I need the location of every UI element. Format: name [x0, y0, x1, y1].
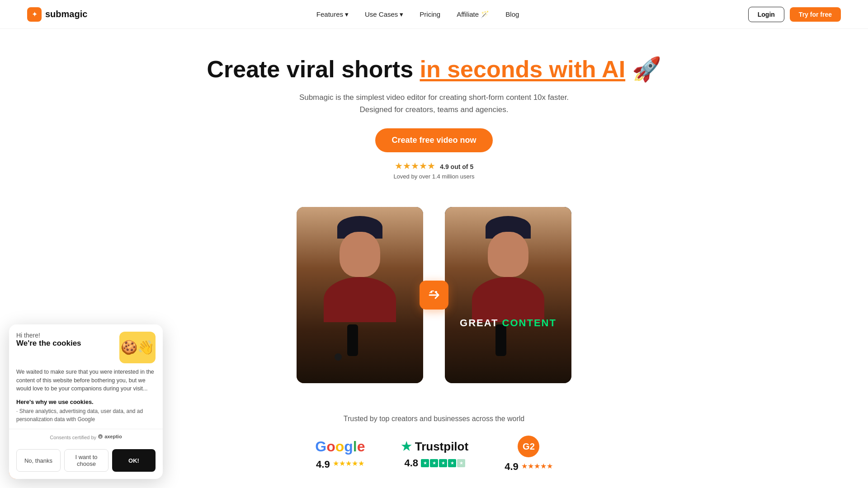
- svg-text:a: a: [99, 435, 101, 438]
- trustpilot-logo: ★ Trustpilot: [401, 440, 468, 454]
- try-free-button[interactable]: Try for free: [790, 7, 841, 22]
- cookie-actions: No, thanks I want to choose OK!: [9, 445, 163, 479]
- logo-icon: ✦: [27, 7, 42, 22]
- nav-actions: Login Try for free: [748, 7, 841, 22]
- google-stars: ★★★★★: [333, 459, 364, 468]
- svg-point-0: [435, 291, 437, 293]
- trustpilot-squares: ★ ★ ★ ★ ★: [421, 459, 465, 467]
- cookie-banner: Hi there! We're the cookies 🍪👋 We waited…: [9, 324, 163, 479]
- g2-trust-item: G2 4.9 ★★★★★: [505, 436, 553, 473]
- hero-section: Create viral shorts in seconds with AI 🚀…: [0, 29, 868, 193]
- chevron-down-icon: ▾: [400, 10, 403, 19]
- trustpilot-trust-item: ★ Trustpilot 4.8 ★ ★ ★ ★ ★: [401, 440, 468, 469]
- video-before: [297, 207, 423, 383]
- cookie-greeting: Hi there!: [16, 332, 116, 339]
- nav-links: Features ▾ Use Cases ▾ Pricing Affiliate…: [316, 10, 519, 19]
- cookie-header: Hi there! We're the cookies 🍪👋: [9, 324, 163, 363]
- cookie-reason-bullets: · Share analytics, advertising data, use…: [16, 407, 156, 423]
- transform-icon: [420, 281, 448, 310]
- cookie-reason: Here's why we use cookies. · Share analy…: [9, 393, 163, 423]
- cookie-body: We waited to make sure that you were int…: [9, 363, 163, 393]
- cookie-illustration: 🍪👋: [119, 332, 156, 363]
- cookie-title: We're the cookies: [16, 339, 116, 348]
- i-want-choose-button[interactable]: I want to choose: [64, 449, 108, 472]
- chevron-down-icon: ▾: [345, 10, 349, 19]
- google-trust-item: Google 4.9 ★★★★★: [315, 438, 365, 470]
- nav-use-cases[interactable]: Use Cases ▾: [365, 10, 403, 19]
- trustpilot-score: 4.8: [405, 457, 419, 469]
- g2-stars: ★★★★★: [521, 462, 553, 470]
- g2-score: 4.9: [505, 461, 519, 473]
- video-after: GREAT CONTENT: [445, 207, 571, 383]
- video-caption-overlay: GREAT CONTENT: [460, 317, 557, 329]
- hero-cta-button[interactable]: Create free video now: [375, 128, 492, 152]
- google-score: 4.9: [316, 459, 330, 470]
- cookie-reason-title: Here's why we use cookies.: [16, 399, 156, 405]
- no-thanks-button[interactable]: No, thanks: [16, 449, 61, 472]
- login-button[interactable]: Login: [748, 7, 784, 22]
- star-icons: ★★★★★: [395, 161, 435, 171]
- nav-pricing[interactable]: Pricing: [420, 10, 440, 18]
- ok-button[interactable]: OK!: [112, 449, 156, 472]
- rating-subtitle: Loved by over 1.4 million users: [393, 173, 474, 180]
- google-logo: Google: [315, 438, 365, 455]
- nav-blog[interactable]: Blog: [505, 10, 519, 18]
- cookie-consent-text: Consents certified by a axeptio: [9, 429, 163, 445]
- hero-title: Create viral shorts in seconds with AI 🚀: [9, 56, 859, 83]
- hero-subtitle: Submagic is the simplest video editor fo…: [9, 91, 859, 116]
- navbar: ✦ submagic Features ▾ Use Cases ▾ Pricin…: [0, 0, 868, 29]
- nav-features[interactable]: Features ▾: [316, 10, 349, 19]
- rating-score: 4.9 out of 5: [440, 163, 473, 170]
- nav-affiliate[interactable]: Affiliate 🪄: [457, 10, 489, 19]
- logo-text: submagic: [45, 9, 87, 19]
- hero-rating: ★★★★★ 4.9 out of 5 Loved by over 1.4 mil…: [9, 160, 859, 180]
- g2-logo: G2: [518, 436, 539, 457]
- logo[interactable]: ✦ submagic: [27, 7, 87, 22]
- cookie-banner-wrapper: Hi there! We're the cookies 🍪👋 We waited…: [9, 461, 24, 479]
